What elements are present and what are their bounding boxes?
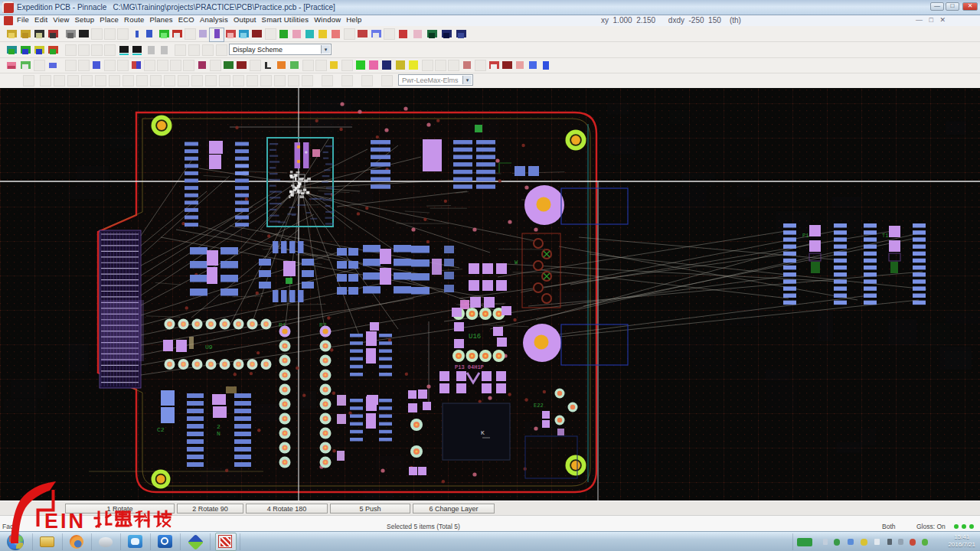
svg-text:N: N (217, 430, 220, 437)
svg-text:U16: U16 (469, 333, 481, 341)
svg-text:E22: E22 (534, 403, 544, 409)
svg-text:T1: T1 (882, 233, 888, 239)
svg-text:C2: C2 (157, 426, 165, 433)
svg-text:2: 2 (217, 423, 220, 430)
svg-text:K: K (481, 429, 485, 436)
svg-text:P13 04H1P: P13 04H1P (455, 364, 484, 370)
svg-text:U9: U9 (205, 344, 213, 350)
svg-text:P1: P1 (802, 233, 808, 239)
